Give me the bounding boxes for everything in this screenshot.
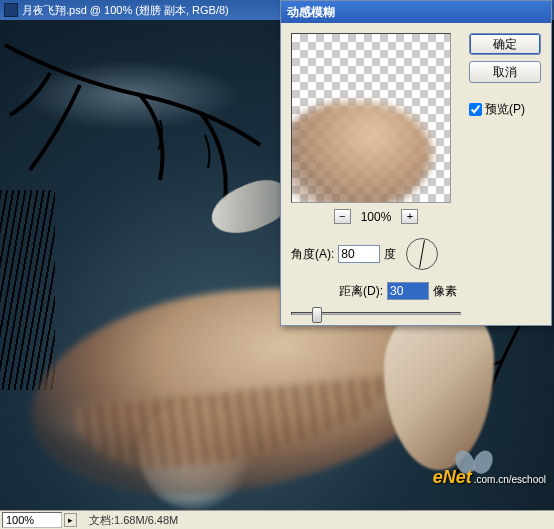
motion-blur-dialog: 动感模糊 − 100% + 角度(A): 度 距离(D): bbox=[280, 0, 552, 326]
zoom-percent: 100% bbox=[361, 210, 392, 224]
zoom-in-button[interactable]: + bbox=[401, 209, 418, 224]
preview-checkbox[interactable] bbox=[469, 103, 482, 116]
filter-preview[interactable] bbox=[291, 33, 451, 203]
zoom-menu-button[interactable]: ▸ bbox=[64, 513, 77, 527]
angle-input[interactable] bbox=[338, 245, 380, 263]
app-icon bbox=[4, 3, 18, 17]
distance-label: 距离(D): bbox=[339, 283, 383, 300]
preview-content bbox=[291, 102, 432, 203]
zoom-field[interactable]: 100% bbox=[2, 512, 62, 528]
slider-thumb[interactable] bbox=[312, 307, 322, 323]
preview-checkbox-label: 预览(P) bbox=[485, 101, 525, 118]
status-bar: 100% ▸ 文档:1.68M/6.48M bbox=[0, 510, 554, 529]
ok-button[interactable]: 确定 bbox=[469, 33, 541, 55]
angle-unit: 度 bbox=[384, 246, 396, 263]
cancel-button[interactable]: 取消 bbox=[469, 61, 541, 83]
butterfly bbox=[454, 450, 494, 480]
pine-silhouette bbox=[0, 190, 55, 390]
angle-dial[interactable] bbox=[406, 238, 438, 270]
dialog-title-text: 动感模糊 bbox=[287, 4, 335, 21]
distance-input[interactable] bbox=[387, 282, 429, 300]
document-size-info: 文档:1.68M/6.48M bbox=[89, 513, 178, 528]
preview-checkbox-row[interactable]: 预览(P) bbox=[469, 101, 541, 118]
document-title: 月夜飞翔.psd @ 100% (翅膀 副本, RGB/8) bbox=[22, 3, 229, 18]
dialog-titlebar[interactable]: 动感模糊 bbox=[281, 1, 551, 23]
zoom-out-button[interactable]: − bbox=[334, 209, 351, 224]
distance-unit: 像素 bbox=[433, 283, 457, 300]
distance-slider[interactable] bbox=[291, 312, 461, 315]
angle-label: 角度(A): bbox=[291, 246, 334, 263]
